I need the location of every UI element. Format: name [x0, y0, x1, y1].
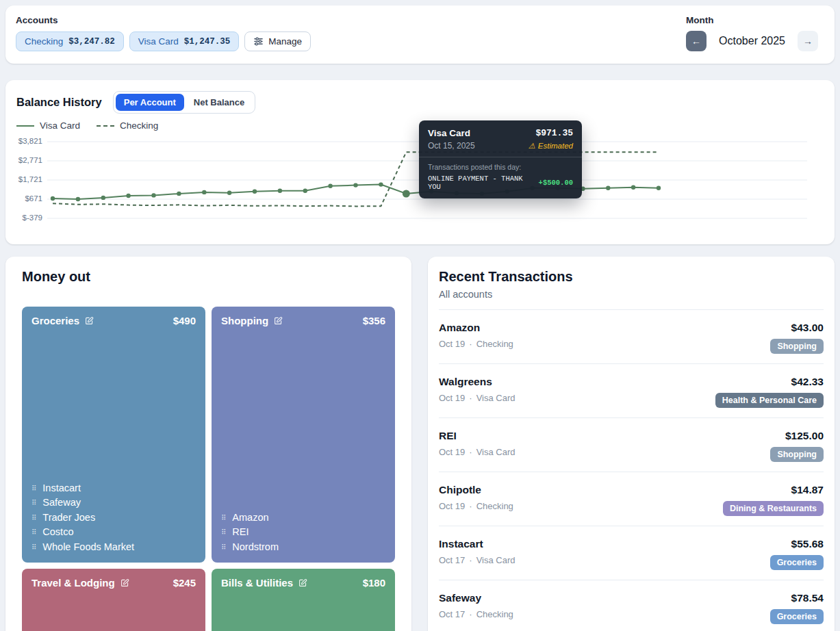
edit-icon[interactable]	[120, 578, 129, 587]
sliders-icon	[253, 36, 264, 47]
per-account-toggle[interactable]: Per Account	[116, 94, 184, 111]
account-chip-checking[interactable]: Checking $3,247.82	[16, 31, 124, 51]
transaction-category-badge[interactable]: Health & Personal Care	[715, 393, 824, 408]
transaction-info: Safeway Oct 17 · Checking	[439, 592, 513, 624]
transaction-meta: Oct 19 · Visa Card	[439, 393, 515, 403]
transaction-category-badge[interactable]: Groceries	[770, 609, 824, 624]
manage-label: Manage	[268, 36, 302, 47]
category-tile-shopping[interactable]: Shopping $356 ⠿Amazon ⠿REI	[212, 307, 395, 563]
treemap-column-1: Groceries $490 ⠿Instacart ⠿Saf	[22, 307, 205, 631]
transaction-row[interactable]: Amazon Oct 19 · Checking $43.00 Shopping	[439, 310, 824, 364]
merchant-item[interactable]: ⠿Nordstrom	[221, 540, 385, 555]
drag-handle-icon[interactable]: ⠿	[221, 511, 226, 526]
drag-handle-icon[interactable]: ⠿	[31, 495, 36, 511]
transaction-meta: Oct 19 · Checking	[439, 501, 513, 511]
transaction-merchant: Walgreens	[439, 376, 515, 388]
month-selector: Month ← October 2025 →	[686, 15, 818, 51]
drag-handle-icon[interactable]: ⠿	[31, 481, 36, 496]
transaction-merchant: Instacart	[439, 538, 515, 550]
merchant-item[interactable]: ⠿Costco	[31, 525, 196, 540]
manage-button[interactable]: Manage	[244, 31, 311, 51]
balance-history-card: Balance History Per Account Net Balance …	[5, 80, 835, 244]
transaction-values: $43.00 Shopping	[770, 322, 824, 354]
transaction-row[interactable]: REI Oct 19 · Visa Card $125.00 Shopping	[439, 418, 824, 472]
transaction-values: $14.87 Dining & Restaurants	[723, 484, 824, 516]
chart-mode-toggle: Per Account Net Balance	[113, 91, 256, 114]
warning-icon: ⚠	[529, 141, 535, 151]
category-amount: $245	[173, 577, 196, 589]
drag-handle-icon[interactable]: ⠿	[31, 540, 36, 555]
transaction-amount: $42.33	[791, 376, 824, 388]
transaction-category-badge[interactable]: Dining & Restaurants	[723, 501, 824, 516]
legend-label: Visa Card	[40, 120, 80, 131]
tooltip-estimated: ⚠ Estimated	[529, 141, 573, 151]
drag-handle-icon[interactable]: ⠿	[221, 525, 226, 540]
merchant-name: Trader Joes	[42, 511, 95, 526]
merchant-name: Safeway	[42, 495, 81, 511]
recent-transactions-card: Recent Transactions All accounts Amazon …	[428, 257, 835, 631]
transaction-amount: $125.00	[785, 430, 824, 442]
merchant-item[interactable]: ⠿Amazon	[221, 511, 385, 526]
transactions-subtitle: All accounts	[439, 289, 824, 300]
transaction-values: $55.68 Groceries	[770, 538, 824, 570]
treemap-column-2: Shopping $356 ⠿Amazon ⠿REI	[212, 307, 395, 631]
accounts-group: Accounts Checking $3,247.82 Visa Card $1…	[16, 15, 311, 51]
bottom-row: Money out Groceries $490	[5, 257, 835, 631]
transaction-category-badge[interactable]: Groceries	[770, 555, 824, 570]
transaction-category-badge[interactable]: Shopping	[770, 447, 824, 462]
tooltip-divider	[419, 157, 582, 157]
transaction-category-badge[interactable]: Shopping	[770, 339, 824, 354]
edit-icon[interactable]	[298, 578, 307, 587]
merchant-item[interactable]: ⠿Instacart	[31, 481, 196, 496]
transaction-account: Visa Card	[476, 447, 516, 457]
transaction-amount: $78.54	[791, 592, 824, 604]
drag-handle-icon[interactable]: ⠿	[31, 525, 36, 540]
next-month-button[interactable]: →	[798, 31, 818, 51]
dot-separator: ·	[469, 339, 472, 349]
account-chip-visa-card[interactable]: Visa Card $1,247.35	[129, 31, 240, 51]
category-amount: $180	[363, 577, 385, 589]
merchant-name: REI	[232, 525, 249, 540]
merchant-item[interactable]: ⠿Trader Joes	[31, 511, 196, 526]
drag-handle-icon[interactable]: ⠿	[31, 511, 36, 526]
transaction-date: Oct 19	[439, 339, 465, 349]
chart-tooltip: Visa Card $971.35 Oct 15, 2025 ⚠ Estimat…	[419, 120, 582, 198]
transaction-date: Oct 17	[439, 609, 465, 619]
tile-header: Travel & Lodging $245	[31, 577, 196, 589]
transaction-info: REI Oct 19 · Visa Card	[439, 430, 515, 462]
transaction-meta: Oct 17 · Visa Card	[439, 555, 515, 565]
edit-icon[interactable]	[85, 316, 94, 325]
transaction-values: $42.33 Health & Personal Care	[715, 376, 824, 408]
money-out-title: Money out	[22, 269, 395, 285]
tile-header: Bills & Utilities $180	[221, 577, 385, 589]
category-amount: $356	[363, 315, 385, 326]
merchant-name: Whole Foods Market	[42, 540, 134, 555]
prev-month-button[interactable]: ←	[686, 31, 707, 51]
y-tick: $2,771	[18, 156, 42, 164]
transaction-row[interactable]: Walgreens Oct 19 · Visa Card $42.33 Heal…	[439, 364, 824, 418]
merchant-item[interactable]: ⠿REI	[221, 525, 385, 540]
transaction-meta: Oct 19 · Checking	[439, 339, 513, 349]
transaction-account: Visa Card	[476, 555, 516, 565]
category-name: Groceries	[31, 315, 79, 326]
merchant-item[interactable]: ⠿Whole Foods Market	[31, 540, 196, 555]
transaction-row[interactable]: Chipotle Oct 19 · Checking $14.87 Dining…	[439, 472, 824, 526]
month-value: October 2025	[719, 35, 785, 47]
merchant-name: Nordstrom	[232, 540, 279, 555]
tooltip-date: Oct 15, 2025	[428, 141, 475, 151]
merchant-item[interactable]: ⠿Safeway	[31, 495, 196, 511]
net-balance-toggle[interactable]: Net Balance	[186, 94, 253, 111]
transaction-account: Visa Card	[476, 393, 516, 403]
category-tile-bills-utilities[interactable]: Bills & Utilities $180	[212, 569, 395, 631]
merchant-list: ⠿Amazon ⠿REI ⠿Nordstrom	[221, 511, 385, 555]
category-tile-travel-lodging[interactable]: Travel & Lodging $245	[22, 569, 205, 631]
edit-icon[interactable]	[274, 316, 283, 325]
category-tile-groceries[interactable]: Groceries $490 ⠿Instacart ⠿Saf	[22, 307, 205, 563]
category-amount: $490	[173, 315, 196, 326]
solid-line-swatch	[16, 125, 34, 127]
transaction-row[interactable]: Safeway Oct 17 · Checking $78.54 Groceri…	[439, 580, 824, 631]
y-tick: $671	[25, 194, 42, 203]
transaction-amount: $14.87	[791, 484, 824, 496]
transaction-row[interactable]: Instacart Oct 17 · Visa Card $55.68 Groc…	[439, 526, 824, 580]
drag-handle-icon[interactable]: ⠿	[221, 540, 226, 555]
